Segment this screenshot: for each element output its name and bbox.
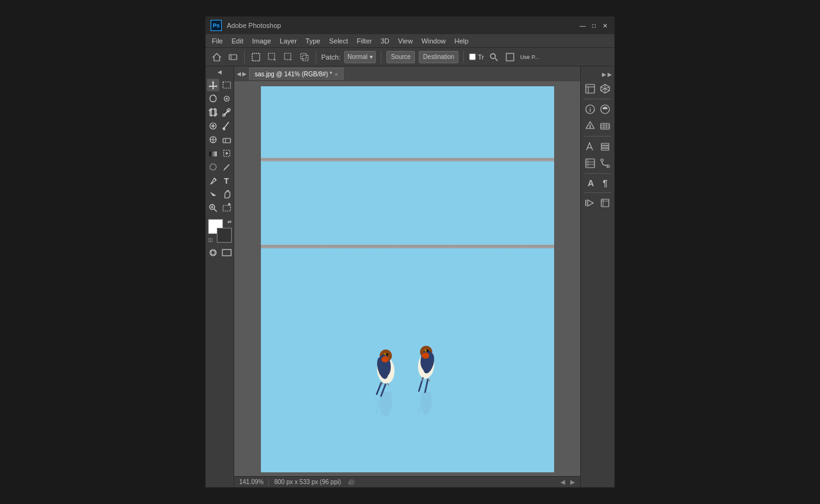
tab-collapse-left[interactable]: ◀	[237, 71, 241, 77]
menu-file[interactable]: File	[208, 36, 227, 46]
tab-collapse-right[interactable]: ▶	[242, 71, 247, 77]
healing-brush-tool[interactable]	[207, 120, 219, 132]
svg-point-69	[421, 392, 432, 415]
eraser-tool[interactable]	[221, 133, 233, 146]
panel-collapse-right[interactable]: ▶	[602, 71, 606, 78]
scroll-left-icon[interactable]: ◀	[560, 479, 565, 485]
patch-intersect-icon[interactable]	[298, 51, 311, 63]
crop-tool[interactable]	[207, 106, 219, 119]
home-icon[interactable]	[211, 51, 223, 63]
brush-tool[interactable]	[221, 120, 233, 132]
tab-bar-row: ◀ ▶ sas.jpg @ 141% (RGB/8#) * ×	[234, 66, 580, 81]
title-bar-left: Ps Adobe Photoshop	[211, 20, 281, 31]
color-swatches[interactable]: ⇄ ◫	[208, 219, 232, 243]
menu-filter[interactable]: Filter	[353, 36, 375, 46]
patch-mode-dropdown[interactable]: Normal ▾	[344, 51, 376, 63]
default-colors-icon[interactable]: ◫	[208, 237, 213, 243]
patch-add-icon[interactable]: +	[266, 51, 278, 63]
svg-text:+: +	[273, 57, 276, 62]
menu-type[interactable]: Type	[302, 36, 324, 46]
menu-3d[interactable]: 3D	[377, 36, 393, 46]
layers-icon[interactable]	[598, 140, 612, 153]
menu-help[interactable]: Help	[451, 36, 473, 46]
panel-collapse-right-2[interactable]: ▶	[608, 71, 612, 78]
styles-icon[interactable]	[583, 140, 597, 153]
text-tool[interactable]: T	[221, 174, 233, 187]
arrow-icon: ›	[348, 480, 350, 486]
patch-mode-value: Normal	[347, 53, 367, 60]
use-pattern-icon[interactable]	[504, 51, 516, 63]
tool-preset-icon[interactable]	[227, 51, 239, 63]
hand-tool[interactable]	[221, 188, 233, 200]
menu-image[interactable]: Image	[248, 36, 275, 46]
screen-mode-icon[interactable]	[221, 246, 233, 259]
paths-icon[interactable]	[598, 156, 612, 170]
clone-stamp-tool[interactable]	[207, 133, 219, 146]
quick-selection-tool[interactable]	[221, 202, 233, 214]
quick-mask-icon[interactable]	[207, 246, 219, 259]
left-toolbar: ◀	[206, 66, 234, 487]
pen-tool[interactable]	[207, 174, 219, 187]
history-icon[interactable]	[598, 196, 612, 210]
source-button[interactable]: Source	[386, 51, 415, 63]
lasso-tool[interactable]	[207, 92, 219, 105]
menu-view[interactable]: View	[394, 36, 417, 46]
actions-icon[interactable]	[583, 196, 597, 210]
svg-point-17	[226, 98, 227, 100]
patch-subtract-icon[interactable]: −	[282, 51, 294, 63]
search-icon[interactable]	[488, 51, 500, 63]
content-aware-move-tool[interactable]	[221, 147, 233, 160]
transparent-checkbox[interactable]	[469, 53, 476, 60]
panel-group-6: A ¶	[581, 176, 614, 191]
menu-layer[interactable]: Layer	[276, 36, 301, 46]
tab-close-button[interactable]: ×	[335, 71, 338, 78]
menu-select[interactable]: Select	[326, 36, 352, 46]
right-panels: ▶ ▶ i	[580, 66, 614, 487]
menu-window[interactable]: Window	[417, 36, 449, 46]
patch-label: Patch:	[321, 53, 340, 61]
wire-middle	[261, 245, 554, 248]
smudge-tool[interactable]	[221, 161, 233, 173]
canvas-area: ◀ ▶ sas.jpg @ 141% (RGB/8#) * ×	[234, 66, 580, 487]
marquee-tool[interactable]	[221, 79, 233, 91]
color-icon[interactable]	[583, 119, 597, 133]
collapse-left-arrow[interactable]: ◀	[217, 69, 222, 75]
channels-icon[interactable]: RGB	[583, 156, 597, 170]
paragraph-icon[interactable]: ¶	[599, 177, 611, 189]
maximize-button[interactable]: □	[590, 21, 598, 30]
canvas-container[interactable]	[234, 81, 580, 476]
tool-row-5	[206, 133, 234, 146]
window-title: Adobe Photoshop	[227, 22, 281, 29]
scroll-right-icon[interactable]: ▶	[570, 479, 575, 485]
minimize-button[interactable]: —	[578, 21, 587, 30]
type-a-icon[interactable]: A	[584, 177, 598, 189]
panel-divider-1	[584, 99, 611, 99]
panel-divider-3	[584, 173, 611, 174]
magic-wand-tool[interactable]	[221, 92, 233, 105]
adjustments-icon[interactable]	[598, 102, 612, 116]
eyedropper-tool[interactable]	[221, 106, 233, 119]
svg-marker-13	[209, 81, 217, 89]
libraries-icon[interactable]	[583, 82, 597, 96]
close-button[interactable]: ✕	[601, 21, 609, 30]
swatches-icon[interactable]	[598, 119, 612, 133]
transparent-option[interactable]: Tr	[469, 53, 484, 61]
gradient-tool[interactable]	[207, 147, 219, 160]
extensions-icon[interactable]	[598, 82, 612, 96]
tool-row-3	[206, 106, 234, 119]
destination-button[interactable]: Destination	[419, 51, 458, 63]
blur-tool[interactable]	[207, 161, 219, 173]
canvas-tab-main[interactable]: sas.jpg @ 141% (RGB/8#) * ×	[249, 68, 344, 80]
title-bar-controls[interactable]: — □ ✕	[578, 21, 609, 30]
background-color[interactable]	[217, 228, 232, 243]
menu-edit[interactable]: Edit	[228, 36, 247, 46]
svg-rect-91	[601, 148, 609, 150]
zoom-tool[interactable]	[207, 202, 219, 214]
move-tool[interactable]	[207, 79, 219, 91]
svg-rect-3	[252, 53, 260, 61]
info-icon[interactable]: i	[583, 102, 597, 116]
path-selection-tool[interactable]	[207, 188, 219, 200]
swap-colors-icon[interactable]: ⇄	[227, 219, 232, 225]
status-arrow[interactable]: ›	[348, 479, 355, 485]
patch-rect-icon[interactable]	[250, 51, 262, 63]
